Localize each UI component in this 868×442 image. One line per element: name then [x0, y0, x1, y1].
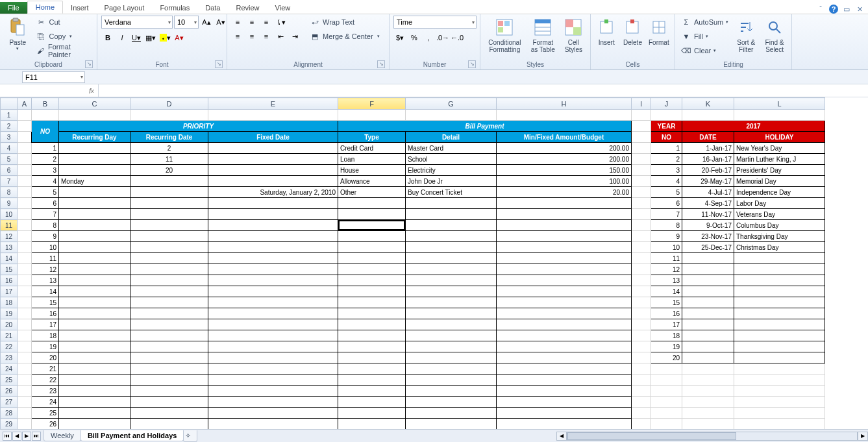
cell[interactable] — [208, 176, 338, 187]
cell[interactable] — [338, 386, 406, 397]
col-B[interactable]: B — [32, 98, 59, 110]
row-header[interactable]: 17 — [1, 286, 18, 297]
col-A[interactable]: A — [18, 98, 32, 110]
cell[interactable] — [130, 231, 208, 242]
cell[interactable] — [18, 286, 32, 297]
cell[interactable]: 4-Jul-17 — [682, 187, 734, 198]
cell[interactable] — [734, 386, 825, 397]
cell[interactable] — [59, 264, 130, 275]
cell[interactable] — [632, 165, 651, 176]
cell[interactable] — [651, 386, 682, 397]
cell[interactable] — [18, 132, 32, 143]
cell[interactable]: 10 — [32, 242, 59, 253]
cell[interactable] — [406, 110, 497, 121]
cell[interactable] — [734, 330, 825, 341]
cell[interactable] — [632, 264, 651, 275]
cut-button[interactable]: ✂Cut — [34, 16, 93, 29]
cell[interactable]: Electricity — [406, 165, 497, 176]
cell[interactable]: 29-May-17 — [682, 176, 734, 187]
cell[interactable] — [632, 275, 651, 286]
cell[interactable] — [632, 242, 651, 253]
cell[interactable] — [632, 341, 651, 352]
cell[interactable] — [338, 330, 406, 341]
font-size-select[interactable]: 10▾ — [174, 16, 199, 29]
formula-input[interactable] — [99, 84, 868, 97]
copy-button[interactable]: ⿻Copy▾ — [34, 30, 93, 43]
cell[interactable] — [130, 187, 208, 198]
cell[interactable] — [651, 374, 682, 386]
cell[interactable] — [59, 231, 130, 242]
help-icon[interactable]: ? — [829, 5, 838, 14]
cell[interactable]: 21 — [32, 363, 59, 374]
cell[interactable] — [32, 110, 59, 121]
cell[interactable] — [682, 330, 734, 341]
cell[interactable] — [406, 330, 497, 341]
sort-filter-button[interactable]: Sort & Filter — [733, 16, 759, 55]
tab-data[interactable]: Data — [197, 2, 228, 14]
cell[interactable] — [682, 363, 734, 374]
cell[interactable] — [734, 110, 825, 121]
cell[interactable] — [208, 242, 338, 253]
cell[interactable] — [632, 408, 651, 419]
comma-button[interactable]: , — [422, 31, 435, 44]
cell[interactable] — [338, 397, 406, 408]
cell[interactable] — [18, 363, 32, 374]
cell[interactable] — [406, 220, 497, 231]
cell[interactable] — [338, 341, 406, 352]
name-box[interactable]: F11▾ — [22, 71, 85, 83]
cell[interactable] — [632, 198, 651, 209]
cell[interactable]: 15 — [651, 297, 682, 308]
row-header[interactable]: 14 — [1, 253, 18, 264]
delete-button[interactable]: Delete — [621, 16, 644, 47]
align-bottom-button[interactable]: ≡ — [260, 16, 273, 29]
cell[interactable]: 14 — [32, 286, 59, 297]
cell[interactable] — [734, 297, 825, 308]
spreadsheet-grid[interactable]: A B C D E F G H I J K L 12NOPRIORITYBill… — [0, 97, 868, 429]
cell[interactable]: 20 — [651, 352, 682, 363]
cell[interactable]: 23-Nov-17 — [682, 231, 734, 242]
format-button[interactable]: Format — [647, 16, 671, 47]
cell[interactable] — [18, 220, 32, 231]
cell[interactable]: 25-Dec-17 — [682, 242, 734, 253]
horizontal-scrollbar[interactable]: ◀ ▶ — [556, 431, 868, 441]
cell[interactable] — [406, 286, 497, 297]
italic-button[interactable]: I — [116, 31, 129, 44]
cell[interactable] — [497, 286, 632, 297]
cell[interactable] — [130, 242, 208, 253]
cell[interactable] — [734, 397, 825, 408]
format-painter-button[interactable]: 🖌Format Painter — [34, 44, 93, 57]
cell[interactable] — [632, 297, 651, 308]
cell[interactable] — [734, 341, 825, 352]
row-header[interactable]: 28 — [1, 408, 18, 419]
cell[interactable] — [208, 363, 338, 374]
cell[interactable]: NO — [651, 132, 682, 143]
cell[interactable] — [406, 275, 497, 286]
dec-decimal-button[interactable]: ←.0 — [451, 31, 464, 44]
cell[interactable]: Recurring Day — [59, 132, 130, 143]
cell[interactable] — [130, 363, 208, 374]
cell[interactable]: Christmas Day — [734, 242, 825, 253]
cell[interactable]: 13 — [32, 275, 59, 286]
cell[interactable] — [338, 253, 406, 264]
cell[interactable] — [497, 419, 632, 430]
cell[interactable] — [208, 143, 338, 154]
cell[interactable] — [632, 286, 651, 297]
cell[interactable]: 11-Nov-17 — [682, 209, 734, 220]
cell[interactable] — [682, 264, 734, 275]
cell[interactable] — [682, 253, 734, 264]
cell[interactable] — [130, 253, 208, 264]
col-I[interactable]: I — [632, 98, 651, 110]
accounting-button[interactable]: $▾ — [393, 31, 406, 44]
cell[interactable] — [497, 397, 632, 408]
cell[interactable] — [208, 198, 338, 209]
cell[interactable]: 18 — [651, 330, 682, 341]
tab-formulas[interactable]: Formulas — [152, 2, 197, 14]
cell[interactable] — [208, 231, 338, 242]
cell[interactable] — [18, 264, 32, 275]
cell[interactable] — [18, 275, 32, 286]
col-J[interactable]: J — [651, 98, 682, 110]
cell[interactable]: 16-Jan-17 — [682, 154, 734, 165]
cell[interactable] — [338, 110, 406, 121]
cell[interactable]: 100.00 — [497, 176, 632, 187]
row-header[interactable]: 26 — [1, 386, 18, 397]
